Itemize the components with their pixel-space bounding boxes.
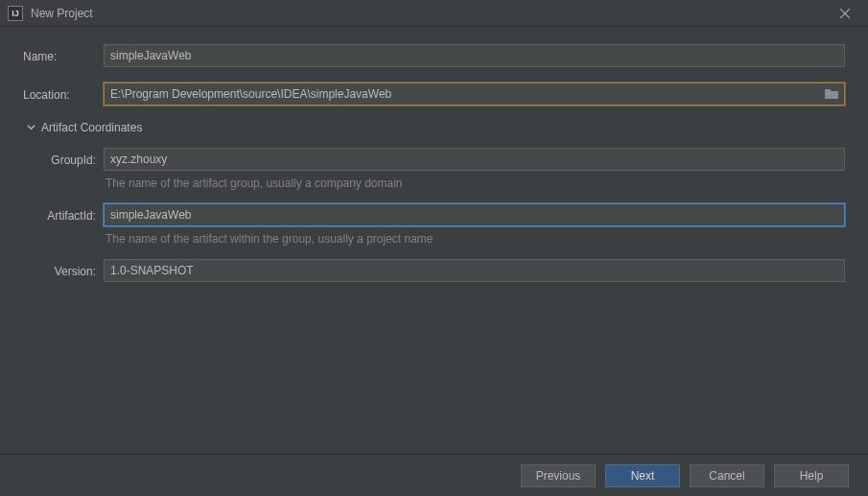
artifactid-hint: The name of the artifact within the grou… [106,232,845,246]
artifact-coordinates-section: GroupId: The name of the artifact group,… [23,148,845,282]
close-icon [840,9,850,18]
window-title: New Project [31,7,93,20]
next-button[interactable]: Next [605,464,680,487]
groupid-label: GroupId: [33,152,104,167]
name-row: Name: [23,44,845,67]
titlebar: IJ New Project [0,0,868,27]
groupid-hint: The name of the artifact group, usually … [106,177,845,190]
location-label: Location: [23,86,104,102]
artifact-coordinates-header[interactable]: Artifact Coordinates [27,121,845,134]
app-icon: IJ [8,6,23,21]
artifact-coordinates-label: Artifact Coordinates [41,121,142,134]
location-row: Location: [23,83,845,106]
dialog-content: Name: Location: Artifact Coordinates Gro… [0,27,868,282]
version-label: Version: [33,263,104,278]
cancel-button[interactable]: Cancel [690,464,764,487]
help-button[interactable]: Help [774,464,849,487]
close-button[interactable] [826,0,864,27]
artifactid-row: ArtifactId: [33,203,845,226]
name-label: Name: [23,48,104,63]
name-input[interactable] [104,44,845,67]
artifactid-input[interactable] [104,203,845,226]
location-input[interactable] [104,83,845,106]
chevron-down-icon [27,121,35,134]
folder-browse-icon[interactable] [824,86,839,102]
button-bar: Previous Next Cancel Help [0,454,868,496]
groupid-row: GroupId: [33,148,845,171]
version-input[interactable] [104,259,845,282]
artifactid-label: ArtifactId: [33,207,104,223]
version-row: Version: [33,259,845,282]
previous-button[interactable]: Previous [521,464,596,487]
groupid-input[interactable] [104,148,845,171]
